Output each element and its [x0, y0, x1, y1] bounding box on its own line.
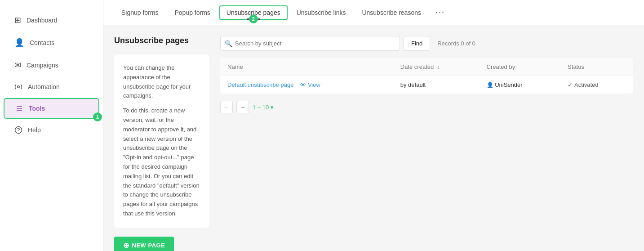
table-row: Default unsubscribe page 👁 View by defau…	[220, 76, 633, 94]
sidebar-item-label: Help	[28, 126, 41, 134]
sidebar-item-tools[interactable]: Tools 1	[4, 98, 99, 119]
sidebar-item-label: Dashboard	[27, 17, 58, 24]
page-name-link[interactable]: Default unsubscribe page	[227, 81, 293, 88]
col-date-created: Date created ↓	[393, 58, 480, 76]
right-panel: 🔍 Find Records 0 of 0 Name Date created …	[220, 25, 644, 251]
user-icon: 👤	[487, 82, 493, 88]
left-panel: Unsubscribe pages You can change the app…	[103, 25, 220, 251]
records-count: Records 0 of 0	[437, 40, 475, 47]
status-badge: ✓ Activated	[568, 81, 598, 88]
page-title: Unsubscribe pages	[114, 36, 209, 45]
tools-badge: 1	[93, 112, 102, 121]
cell-name: Default unsubscribe page 👁 View	[220, 76, 393, 94]
col-created-by: Created by	[480, 58, 561, 76]
sidebar-item-help[interactable]: Help	[4, 121, 99, 139]
sidebar-item-label: Tools	[29, 105, 45, 112]
help-icon	[14, 126, 22, 134]
view-button[interactable]: 👁 View	[300, 81, 320, 88]
cell-status: ✓ Activated	[560, 76, 633, 94]
search-bar: 🔍 Find Records 0 of 0	[220, 36, 633, 51]
sidebar-item-automation[interactable]: Automation	[4, 77, 99, 96]
plus-icon: ⊕	[123, 241, 129, 250]
sidebar-item-label: Automation	[28, 83, 60, 90]
page-select[interactable]: 1 – 10 ▾	[253, 104, 274, 111]
info-box: You can change the appearance of the uns…	[114, 54, 209, 228]
main-content: Signup forms Popup forms Unsubscribe pag…	[103, 0, 644, 251]
sidebar-item-contacts[interactable]: 👤 Contacts	[4, 32, 99, 53]
sidebar: ⊞ Dashboard 👤 Contacts ✉ Campaigns Autom…	[0, 0, 103, 251]
sidebar-item-campaigns[interactable]: ✉ Campaigns	[4, 55, 99, 76]
sidebar-item-label: Campaigns	[27, 62, 58, 69]
campaigns-icon: ✉	[14, 60, 21, 70]
next-page-button[interactable]: →	[236, 101, 249, 113]
search-icon: 🔍	[225, 40, 232, 47]
tab-unsubscribe-reasons[interactable]: Unsubscribe reasons	[355, 5, 428, 20]
tab-popup-forms[interactable]: Popup forms	[167, 5, 217, 20]
data-table: Name Date created ↓ Created by Status De…	[220, 58, 633, 94]
new-page-button[interactable]: ⊕ NEW PAGE	[114, 237, 174, 251]
cell-date-created: by default	[393, 76, 480, 94]
top-nav: Signup forms Popup forms Unsubscribe pag…	[103, 0, 644, 25]
col-status: Status	[560, 58, 633, 76]
info-paragraph-1: You can change the appearance of the uns…	[123, 63, 200, 101]
prev-page-button[interactable]: ←	[220, 101, 233, 113]
col-name: Name	[220, 58, 393, 76]
sidebar-item-label: Contacts	[30, 39, 54, 46]
eye-icon: 👁	[300, 81, 306, 88]
more-options-button[interactable]: ···	[430, 4, 450, 21]
dropdown-icon: ▾	[271, 104, 274, 111]
tab-unsubscribe-pages[interactable]: Unsubscribe pages 2	[219, 5, 288, 20]
page-body: Unsubscribe pages You can change the app…	[103, 25, 644, 251]
cell-created-by: 👤 UniSender	[480, 76, 561, 94]
info-paragraph-2: To do this, create a new version, wait f…	[123, 106, 200, 219]
sort-icon: ↓	[437, 65, 440, 70]
tab-unsubscribe-links[interactable]: Unsubscribe links	[289, 5, 353, 20]
pagination: ← → 1 – 10 ▾	[220, 101, 633, 113]
check-icon: ✓	[568, 81, 573, 88]
search-input-wrap: 🔍	[220, 36, 400, 51]
find-button[interactable]: Find	[404, 36, 430, 51]
contacts-icon: 👤	[14, 38, 24, 48]
tab-badge: 2	[249, 14, 258, 23]
tools-icon	[15, 104, 23, 112]
sidebar-item-dashboard[interactable]: ⊞ Dashboard	[4, 10, 99, 31]
search-input[interactable]	[220, 36, 400, 51]
automation-icon	[14, 83, 22, 91]
dashboard-icon: ⊞	[14, 15, 21, 25]
svg-point-0	[18, 86, 20, 88]
tab-signup-forms[interactable]: Signup forms	[114, 5, 165, 20]
